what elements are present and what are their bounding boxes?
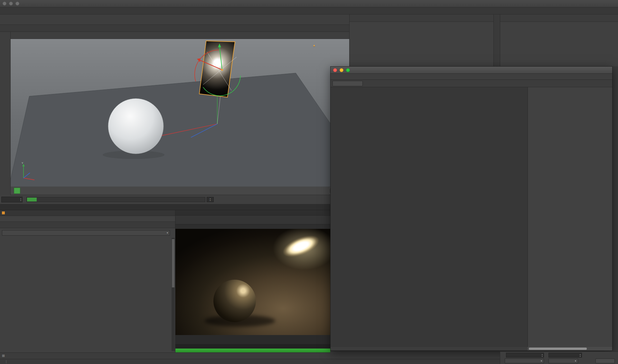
mode-toolbar <box>0 25 349 32</box>
zoom-window-icon[interactable] <box>346 68 350 72</box>
svg-text:Y: Y <box>22 162 23 164</box>
render-view-menubar <box>175 210 349 215</box>
size-mode-dropdown[interactable]: ▾ <box>548 359 578 363</box>
octane-settings-menubar <box>0 216 175 222</box>
octane-node-editor-window <box>330 66 613 351</box>
grid-icon: ⊞ <box>2 354 5 358</box>
material-manager-menubar <box>500 14 618 22</box>
main-titlebar <box>0 0 618 7</box>
viewport-canvas[interactable]: Y ▲ <box>11 39 349 187</box>
viewport-scene <box>11 39 349 187</box>
coordinates-manager: ▴▾ ▴▾ ▾ ▾ <box>500 351 618 364</box>
render-check-line <box>175 224 349 229</box>
status-bar: | <box>0 359 500 364</box>
settings-scrollbar[interactable] <box>172 238 175 351</box>
current-frame-marker[interactable] <box>14 188 20 194</box>
frame-field[interactable]: ▴▾ <box>1 197 23 202</box>
octane-settings-panel: ▾ <box>0 210 175 352</box>
node-editor-menubar <box>331 74 612 80</box>
close-icon[interactable] <box>333 68 337 72</box>
cinema4d-app: Y ▲ ▴▾ ▴▾ <box>0 0 618 364</box>
kernel-parameters <box>0 238 171 352</box>
render-view-toolbar <box>175 215 349 224</box>
transport-bar: ▴▾ ▴▾ <box>0 195 349 204</box>
octane-settings-header <box>0 210 175 216</box>
zoom-bar: ⊞ <box>0 352 349 359</box>
material-manager <box>500 14 618 66</box>
object-manager <box>349 14 493 66</box>
object-manager-menubar <box>350 14 493 22</box>
axis-gizmo: Y <box>14 161 37 183</box>
get-active-mat-button[interactable] <box>332 81 363 86</box>
coord-mode-dropdown[interactable]: ▾ <box>505 359 544 363</box>
render-canvas[interactable] <box>175 229 349 335</box>
main-toolbar <box>0 14 349 25</box>
minimize-icon[interactable] <box>9 2 13 5</box>
render-progress-bar <box>175 349 349 352</box>
range-stepper[interactable]: ▴▾ <box>207 197 214 202</box>
left-tool-palette <box>0 32 11 195</box>
render-stats <box>175 335 349 344</box>
panel-tabs <box>493 14 500 66</box>
rendered-sphere <box>213 280 256 322</box>
node-editor-toolbar <box>331 80 612 87</box>
timeline-slider[interactable] <box>26 197 205 202</box>
minimize-icon[interactable] <box>340 68 343 72</box>
zoom-window-icon[interactable] <box>15 2 19 5</box>
kernel-dropdown[interactable]: ▾ <box>2 230 170 236</box>
close-icon[interactable] <box>3 2 6 5</box>
main-menubar <box>0 7 618 14</box>
live-viewer-titlebar[interactable] <box>0 204 349 210</box>
node-attributes-panel <box>528 87 612 347</box>
size-z-field[interactable]: ▴▾ <box>548 353 582 358</box>
position-z-field[interactable]: ▴▾ <box>506 353 544 358</box>
octane-settings-tabs <box>0 222 175 228</box>
node-editor-statusbar <box>330 351 500 359</box>
object-info-label: ▲ <box>313 43 316 47</box>
node-graph-canvas[interactable] <box>331 87 528 347</box>
timeline-ruler[interactable] <box>11 187 349 195</box>
viewport-menubar <box>11 32 349 39</box>
render-view-panel <box>175 210 349 352</box>
node-editor-titlebar[interactable] <box>331 67 612 74</box>
octane-settings-icon <box>2 211 5 214</box>
render-progress-line <box>175 344 349 349</box>
timeline-current-handle[interactable] <box>27 198 37 201</box>
attr-hscrollbar[interactable] <box>528 347 612 350</box>
apply-button[interactable] <box>595 359 615 363</box>
